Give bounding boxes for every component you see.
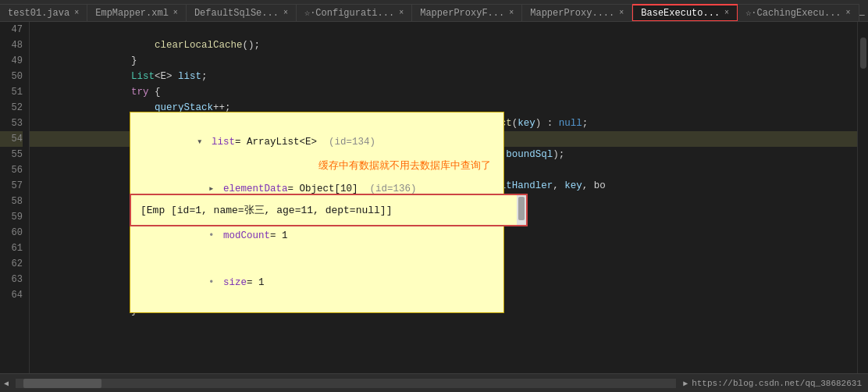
minimize-icon[interactable]: — xyxy=(859,10,865,21)
ln-53: 53 xyxy=(0,116,23,131)
code-line-48: } xyxy=(30,37,857,53)
result-text: [Emp [id=1, name=张三, age=11, dept=null]] xyxy=(141,205,392,216)
ln-51: 51 xyxy=(0,84,23,100)
tab-label: ☆·Configurati... xyxy=(304,7,394,19)
dot-icon: • xyxy=(208,230,220,241)
tab-close[interactable]: × xyxy=(399,9,404,17)
horizontal-thumb xyxy=(23,379,101,388)
code-line-51: queryStack++; xyxy=(30,84,857,100)
ln-52: 52 xyxy=(0,100,23,116)
ln-54: 54 xyxy=(0,131,23,147)
ln-62: 62 xyxy=(0,256,23,272)
annotation-label: 缓存中有数据就不用去数据库中查询了 xyxy=(318,159,491,173)
tab-baseExecuto[interactable]: BaseExecuto... × xyxy=(632,4,738,21)
ln-55: 55 xyxy=(0,147,23,162)
scroll-left-button[interactable]: ◀ xyxy=(0,374,12,393)
vertical-scrollbar[interactable] xyxy=(857,22,868,373)
ln-49: 49 xyxy=(0,53,23,69)
tab-close[interactable]: × xyxy=(509,9,514,17)
tab-defaultSql[interactable]: DefaultSqlSe... × xyxy=(187,4,297,21)
tooltip-row-4: • size= 1 xyxy=(138,259,496,306)
tab-mapperProxyF[interactable]: MapperProxyF... × xyxy=(412,4,522,21)
tab-configuration[interactable]: ☆·Configurati... × xyxy=(297,4,412,21)
tab-empMapper[interactable]: EmpMapper.xml × xyxy=(87,4,187,21)
tab-label: ☆·CachingExecu... xyxy=(745,7,841,19)
tab-close[interactable]: × xyxy=(724,9,729,17)
scroll-right-button[interactable]: ▶ xyxy=(679,374,692,393)
ln-50: 50 xyxy=(0,69,23,84)
ln-57: 57 xyxy=(0,178,23,194)
result-box: [Emp [id=1, name=张三, age=11, dept=null]] xyxy=(130,194,528,226)
tab-label: DefaultSqlSe... xyxy=(194,8,279,19)
ln-59: 59 xyxy=(0,209,23,225)
expand-arrow[interactable]: ▾ xyxy=(197,137,208,148)
tab-bar: test01.java × EmpMapper.xml × DefaultSql… xyxy=(0,0,868,22)
ln-58: 58 xyxy=(0,194,23,209)
ln-48: 48 xyxy=(0,37,23,53)
tab-close[interactable]: × xyxy=(74,9,79,17)
tab-label: test01.java xyxy=(8,8,69,19)
bottom-bar: ◀ ▶ https://blog.csdn.net/qq_38682631 xyxy=(0,373,868,392)
ln-64: 64 xyxy=(0,287,23,303)
ln-61: 61 xyxy=(0,241,23,256)
result-scrollbar-thumb xyxy=(518,197,525,220)
horizontal-scrollbar[interactable] xyxy=(16,379,676,388)
dot-icon-2: • xyxy=(208,277,220,288)
editor-container: test01.java × EmpMapper.xml × DefaultSql… xyxy=(0,0,868,392)
code-line-50: try { xyxy=(30,69,857,84)
editor-area: 47 48 49 50 51 52 53 54 55 56 57 58 59 6… xyxy=(0,22,868,373)
tab-mapperProxy[interactable]: MapperProxy.... × xyxy=(522,4,632,21)
scrollbar-thumb xyxy=(860,37,866,69)
ln-63: 63 xyxy=(0,272,23,287)
ln-60: 60 xyxy=(0,225,23,241)
result-scrollbar[interactable] xyxy=(517,195,526,225)
code-line-47: clearLocalCache(); xyxy=(30,22,857,37)
tab-label: MapperProxyF... xyxy=(420,8,504,19)
code-line-49: List<E> list; xyxy=(30,53,857,69)
tab-label: MapperProxy.... xyxy=(530,8,614,19)
tab-cachingExecu[interactable]: ☆·CachingExecu... × xyxy=(738,4,859,21)
tab-close[interactable]: × xyxy=(173,9,178,17)
tab-close[interactable]: × xyxy=(619,9,624,17)
tab-label: EmpMapper.xml xyxy=(95,8,169,19)
tab-close[interactable]: × xyxy=(283,9,288,17)
tab-label: BaseExecuto... xyxy=(641,8,720,19)
ln-56: 56 xyxy=(0,162,23,178)
line-numbers: 47 48 49 50 51 52 53 54 55 56 57 58 59 6… xyxy=(0,22,30,373)
tab-close[interactable]: × xyxy=(846,9,851,17)
ln-47: 47 xyxy=(0,22,23,37)
tab-test01[interactable]: test01.java × xyxy=(0,4,87,21)
status-url: https://blog.csdn.net/qq_38682631 xyxy=(692,379,868,388)
code-content[interactable]: clearLocalCache(); } List<E> list; try {… xyxy=(30,22,857,373)
expand-arrow-2[interactable]: ▸ xyxy=(208,184,220,194)
